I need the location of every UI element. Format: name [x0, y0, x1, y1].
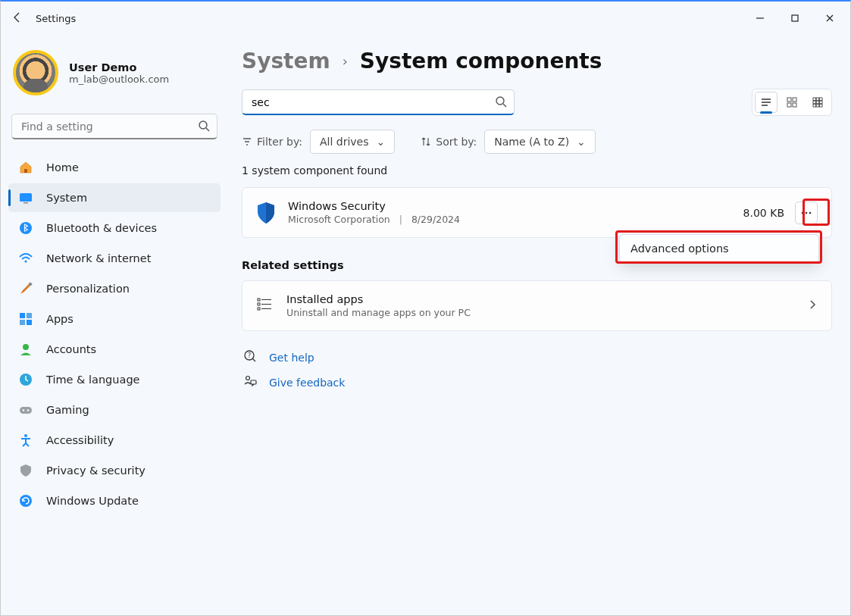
nav-label: Accounts — [46, 343, 96, 355]
back-button[interactable] — [4, 11, 31, 27]
svg-point-8 — [24, 260, 27, 262]
nav-label: Windows Update — [46, 495, 139, 507]
filter-dropdown[interactable]: All drives ⌄ — [310, 130, 395, 154]
nav-bluetooth[interactable]: Bluetooth & devices — [8, 214, 221, 242]
nav-time-language[interactable]: Time & language — [8, 365, 221, 394]
chevron-down-icon: ⌄ — [577, 136, 586, 148]
nav-label: Personalization — [46, 283, 130, 295]
svg-rect-35 — [820, 105, 823, 108]
svg-rect-11 — [27, 313, 32, 318]
context-menu: Advanced options — [619, 234, 819, 263]
minimize-button[interactable] — [743, 6, 777, 30]
nav-system[interactable]: System — [8, 183, 221, 212]
give-feedback-row: Give feedback — [243, 374, 832, 390]
svg-rect-32 — [820, 101, 823, 104]
get-help-row: ? Get help — [243, 349, 832, 365]
chevron-down-icon: ⌄ — [377, 136, 386, 148]
menu-item-advanced-options[interactable]: Advanced options — [630, 242, 808, 255]
sort-by-label: Sort by: — [421, 136, 477, 148]
chevron-right-icon: › — [343, 53, 348, 69]
svg-rect-40 — [258, 303, 260, 305]
component-name: Windows Security — [288, 200, 460, 212]
filter-value: All drives — [320, 136, 369, 148]
svg-point-21 — [496, 97, 504, 105]
svg-rect-1 — [792, 15, 798, 21]
nav-label: Accessibility — [46, 434, 114, 446]
component-meta: Microsoft Corporation | 8/29/2024 — [288, 214, 460, 225]
nav-label: Apps — [46, 313, 74, 325]
maximize-button[interactable] — [777, 6, 812, 30]
nav-label: System — [46, 192, 87, 204]
nav-home[interactable]: Home — [8, 153, 221, 182]
svg-line-44 — [252, 358, 255, 361]
sort-dropdown[interactable]: Name (A to Z) ⌄ — [484, 130, 596, 154]
view-list-button[interactable] — [755, 92, 777, 113]
shield-icon — [17, 463, 34, 478]
svg-rect-16 — [20, 407, 32, 414]
installed-apps-sub: Uninstall and manage apps on your PC — [286, 307, 471, 318]
component-search-input[interactable] — [242, 89, 515, 115]
svg-rect-27 — [813, 98, 816, 101]
svg-point-38 — [809, 211, 812, 214]
svg-rect-10 — [20, 313, 25, 318]
svg-point-14 — [23, 344, 29, 350]
profile-block[interactable]: User Demo m_lab@outlook.com — [8, 44, 221, 109]
nav-label: Time & language — [46, 374, 140, 386]
nav-label: Gaming — [46, 404, 89, 416]
svg-rect-26 — [793, 103, 796, 107]
component-search — [242, 89, 515, 115]
svg-rect-39 — [258, 299, 260, 301]
nav-accessibility[interactable]: Accessibility — [8, 426, 221, 455]
update-icon — [17, 493, 34, 508]
svg-rect-33 — [813, 105, 816, 108]
svg-rect-6 — [23, 202, 28, 204]
view-tiles-button[interactable] — [806, 92, 829, 113]
svg-rect-31 — [816, 101, 819, 104]
accounts-icon — [17, 342, 34, 357]
svg-rect-41 — [258, 308, 260, 310]
view-toggle — [752, 89, 832, 116]
svg-rect-12 — [20, 320, 25, 325]
installed-apps-link[interactable]: Installed apps Uninstall and manage apps… — [242, 280, 832, 331]
ellipsis-icon — [800, 207, 812, 219]
nav-apps[interactable]: Apps — [8, 305, 221, 333]
svg-point-20 — [20, 495, 32, 507]
get-help-link[interactable]: Get help — [269, 352, 314, 364]
nav-personalization[interactable]: Personalization — [8, 274, 221, 303]
help-icon: ? — [243, 349, 257, 365]
breadcrumb: System › System components — [242, 48, 832, 73]
avatar — [13, 50, 58, 95]
sidebar-search — [11, 114, 217, 139]
sort-value: Name (A to Z) — [494, 136, 569, 148]
svg-point-19 — [24, 434, 27, 437]
svg-rect-24 — [793, 98, 796, 102]
window-title: Settings — [36, 13, 76, 24]
svg-line-3 — [206, 128, 209, 131]
search-icon[interactable] — [495, 95, 507, 111]
nav-privacy-security[interactable]: Privacy & security — [8, 456, 221, 485]
more-options-button[interactable] — [795, 202, 818, 224]
svg-rect-25 — [787, 103, 791, 107]
close-button[interactable] — [812, 6, 847, 30]
nav-accounts[interactable]: Accounts — [8, 335, 221, 364]
svg-point-37 — [806, 211, 808, 214]
svg-rect-13 — [27, 320, 32, 325]
brush-icon — [17, 281, 34, 296]
nav-network[interactable]: Network & internet — [8, 244, 221, 273]
component-date: 8/29/2024 — [411, 214, 460, 225]
bluetooth-icon — [17, 220, 34, 236]
profile-email: m_lab@outlook.com — [69, 73, 169, 85]
svg-point-45 — [246, 377, 250, 380]
svg-point-18 — [27, 409, 29, 411]
chevron-right-icon — [807, 299, 818, 313]
breadcrumb-parent[interactable]: System — [242, 48, 330, 73]
svg-rect-34 — [816, 105, 819, 108]
windows-security-icon — [256, 202, 276, 224]
installed-apps-title: Installed apps — [286, 293, 471, 305]
give-feedback-link[interactable]: Give feedback — [269, 377, 345, 389]
view-grid-button[interactable] — [781, 92, 803, 113]
nav-gaming[interactable]: Gaming — [8, 396, 221, 424]
nav-windows-update[interactable]: Windows Update — [8, 486, 221, 515]
sidebar-search-input[interactable] — [11, 114, 217, 139]
filter-icon — [242, 136, 252, 147]
